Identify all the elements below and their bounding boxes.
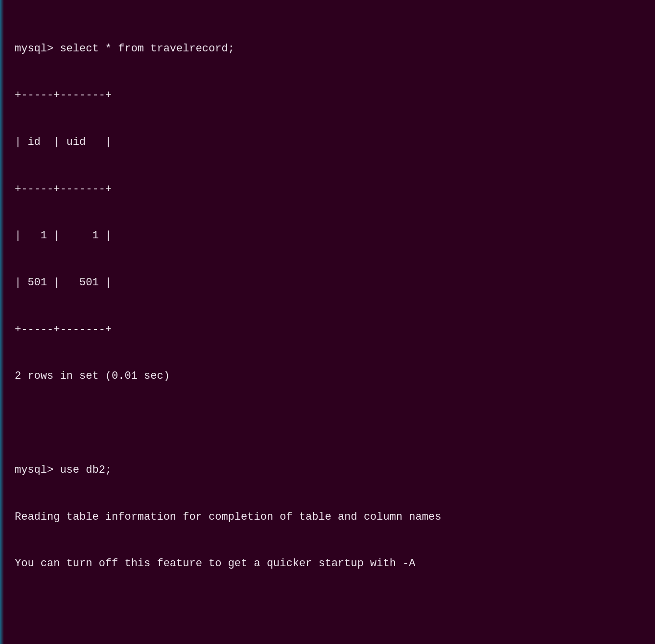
terminal-window: mysql> select * from travelrecord; +----…: [15, 10, 640, 644]
terminal-line-blank1: [15, 415, 640, 431]
terminal-line-10: Reading table information for completion…: [15, 509, 640, 525]
terminal-line-7: +-----+-------+: [15, 322, 640, 338]
terminal-line-2: +-----+-------+: [15, 88, 640, 103]
terminal-line-4: +-----+-------+: [15, 182, 640, 197]
terminal-line-blank2: [15, 603, 640, 619]
left-accent-bar: [0, 0, 4, 644]
terminal-line-3: | id | uid |: [15, 135, 640, 150]
terminal-line-11: You can turn off this feature to get a q…: [15, 556, 640, 572]
terminal-line-8: 2 rows in set (0.01 sec): [15, 368, 640, 384]
terminal-line-5: | 1 | 1 |: [15, 228, 640, 244]
terminal-line-9: mysql> use db2;: [15, 462, 640, 478]
terminal-line-1: mysql> select * from travelrecord;: [15, 41, 640, 57]
terminal-line-6: | 501 | 501 |: [15, 275, 640, 291]
